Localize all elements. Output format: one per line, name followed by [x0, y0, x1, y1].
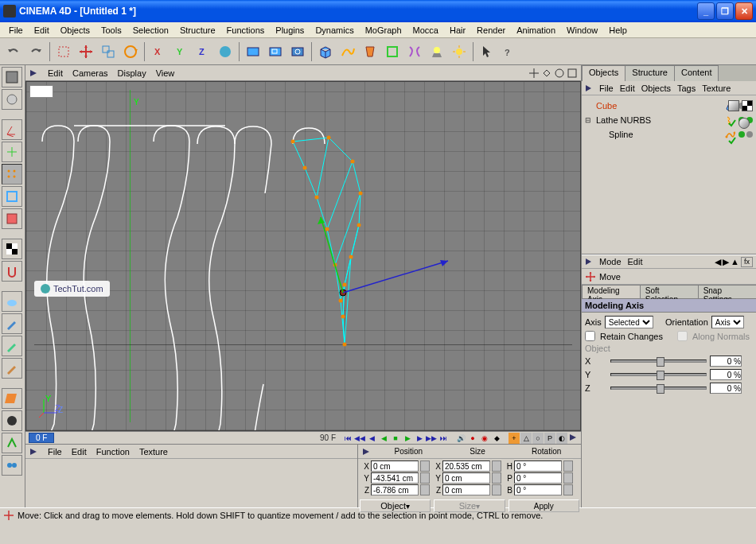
x-percent-input[interactable]: [710, 356, 742, 367]
brush-3[interactable]: [2, 358, 22, 379]
menu-edit[interactable]: Edit: [29, 24, 55, 37]
autokey-icon[interactable]: ◉: [479, 433, 490, 444]
poly-mode[interactable]: [2, 208, 22, 229]
obj-nav-icon[interactable]: [585, 84, 593, 92]
menu-plugins[interactable]: Plugins: [270, 24, 310, 37]
extrude-tool[interactable]: [2, 433, 22, 453]
attr-tab-snap-settings[interactable]: Snap Settings: [698, 285, 756, 299]
pos-y-spinner[interactable]: [420, 472, 430, 484]
menu-mograph[interactable]: MoGraph: [360, 24, 407, 37]
zoom-icon[interactable]: [541, 68, 552, 79]
material-menu-function[interactable]: Function: [96, 447, 130, 457]
timeline-nav-icon[interactable]: [568, 433, 578, 442]
viewport-menu-edit[interactable]: Edit: [48, 68, 63, 78]
axis-tool[interactable]: [2, 119, 22, 140]
z-percent-input[interactable]: [710, 383, 742, 394]
orbit-icon[interactable]: [554, 68, 565, 79]
menu-window[interactable]: Window: [561, 24, 603, 37]
menu-mocca[interactable]: Mocca: [407, 24, 444, 37]
coord-nav-icon[interactable]: [361, 447, 371, 457]
viewport-menu-cameras[interactable]: Cameras: [72, 68, 108, 78]
tree-label-lathe[interactable]: Lathe NURBS: [596, 115, 721, 125]
add-deformer[interactable]: [404, 41, 425, 62]
knife-tool[interactable]: [2, 410, 22, 431]
tab-objects[interactable]: Objects: [582, 65, 625, 81]
rot-h-input[interactable]: [514, 460, 562, 472]
coord-system[interactable]: [215, 41, 236, 62]
obj-menu-texture[interactable]: Texture: [702, 84, 731, 93]
attr-tab-soft-selection[interactable]: Soft Selection: [640, 285, 699, 299]
menu-help[interactable]: Help: [603, 24, 633, 37]
help-tool[interactable]: ?: [499, 41, 520, 62]
tab-structure[interactable]: Structure: [625, 65, 675, 81]
render-settings[interactable]: [287, 41, 308, 62]
material-menu-edit[interactable]: Edit: [72, 447, 87, 457]
select-tool[interactable]: [53, 41, 74, 62]
weld-tool[interactable]: [2, 455, 22, 476]
key-pos-icon[interactable]: +: [509, 433, 520, 444]
size-y-spinner[interactable]: [492, 472, 501, 484]
viewport-menu-display[interactable]: Display: [118, 68, 146, 78]
next-key-icon[interactable]: ▶▶: [426, 433, 437, 444]
viewport-3d[interactable]: Y: [25, 81, 581, 431]
texture-mode[interactable]: [2, 89, 22, 110]
rot-p-input[interactable]: [514, 472, 562, 484]
pan-icon[interactable]: [528, 68, 540, 79]
obj-menu-file[interactable]: File: [599, 84, 614, 93]
menu-hair[interactable]: Hair: [444, 24, 471, 37]
rot-p-spinner[interactable]: [563, 472, 573, 484]
attr-nav-icon[interactable]: [585, 258, 593, 266]
attr-fn-icon[interactable]: fx: [741, 257, 753, 267]
z-pct-spinner[interactable]: [745, 383, 753, 394]
add-scene[interactable]: [427, 41, 447, 62]
maximize-button[interactable]: ❐: [716, 2, 734, 20]
menu-functions[interactable]: Functions: [221, 24, 271, 37]
tree-label-cube[interactable]: Cube: [596, 101, 721, 111]
render-view[interactable]: [243, 41, 263, 62]
pointer-tool[interactable]: [477, 41, 497, 62]
close-button[interactable]: ✕: [735, 2, 753, 20]
size-z-input[interactable]: [442, 484, 490, 495]
orient-spinner[interactable]: [747, 316, 753, 328]
key-param-icon[interactable]: P: [544, 433, 555, 444]
material-menu-texture[interactable]: Texture: [139, 447, 168, 457]
tree-label-spline[interactable]: Spline: [609, 130, 721, 139]
attr-menu-edit[interactable]: Edit: [628, 257, 643, 266]
viewport-nav-icon[interactable]: [29, 68, 38, 78]
key-icon[interactable]: ◆: [491, 433, 502, 444]
move-tool[interactable]: [76, 41, 96, 62]
coord-header-size[interactable]: Size: [443, 447, 512, 456]
x-slider[interactable]: [610, 359, 707, 363]
size-x-input[interactable]: [442, 460, 490, 472]
sound-icon[interactable]: 🔊: [455, 433, 466, 444]
edge-mode[interactable]: [2, 186, 22, 207]
bevel-tool[interactable]: [2, 388, 22, 409]
redo-button[interactable]: [25, 41, 46, 62]
axis-spinner[interactable]: [657, 316, 662, 328]
play-back-icon[interactable]: ◀: [378, 433, 389, 444]
menu-dynamics[interactable]: Dynamics: [310, 24, 359, 37]
obj-menu-objects[interactable]: Objects: [641, 84, 671, 93]
add-cube[interactable]: [315, 41, 336, 62]
z-axis-lock[interactable]: Z: [193, 41, 213, 62]
y-slider[interactable]: [610, 373, 707, 376]
axis-tool-2[interactable]: [2, 142, 22, 162]
expander-lathe[interactable]: ⊟: [585, 116, 593, 124]
pos-z-input[interactable]: [371, 484, 419, 495]
minimize-button[interactable]: _: [697, 2, 715, 20]
menu-render[interactable]: Render: [471, 24, 511, 37]
key-rot-icon[interactable]: ○: [532, 433, 544, 444]
menu-structure[interactable]: Structure: [174, 24, 221, 37]
point-mode[interactable]: [2, 164, 22, 185]
axis-select[interactable]: Selected: [605, 316, 653, 328]
rot-h-spinner[interactable]: [563, 460, 573, 472]
z-slider[interactable]: [610, 387, 707, 390]
maximize-viewport-icon[interactable]: [567, 68, 578, 79]
x-axis-lock[interactable]: X: [148, 41, 169, 62]
stop-icon[interactable]: ■: [390, 433, 401, 444]
tex-tag-icon[interactable]: [742, 100, 753, 111]
model-mode[interactable]: [2, 67, 22, 87]
brush-2[interactable]: [2, 336, 22, 356]
x-pct-spinner[interactable]: [745, 356, 753, 367]
record-icon[interactable]: ●: [467, 433, 478, 444]
